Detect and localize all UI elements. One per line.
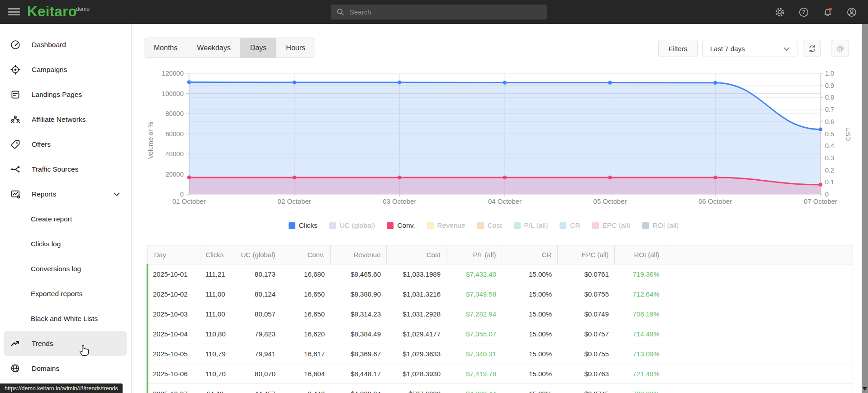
sidebar-item-reports[interactable]: Reports [4,182,127,206]
tab-weekdays[interactable]: Weekdays [187,38,240,58]
table-row[interactable]: 2025-10-06110,7080,07016,604$8,448.17$1,… [147,364,853,384]
date-range-select[interactable]: Last 7 days [702,40,797,57]
legend-label: UC (global) [340,221,375,230]
legend-item-uc-global[interactable]: UC (global) [329,221,375,230]
cell-cr: 15.00% [502,344,557,364]
sidebar-item-trends[interactable]: Trends [4,331,127,356]
cell-clicks: 64,40 [200,384,229,393]
legend-item-p-l-all[interactable]: P/L (all) [514,221,548,230]
tab-hours[interactable]: Hours [276,38,315,58]
cell-epc-all: $0.0763 [557,364,614,384]
column-header-roi-all[interactable]: ROI (all) [614,245,665,264]
landings-icon [10,89,21,100]
legend-item-epc-all[interactable]: EPC (all) [592,221,631,230]
sidebar-item-traffic-sources[interactable]: Traffic Sources [4,157,127,182]
cell-clicks: 110,79 [200,344,229,364]
column-header-epc-all[interactable]: EPC (all) [557,245,614,264]
legend-item-roi-all[interactable]: ROI (all) [642,221,679,230]
sidebar-subitem-conversions-log[interactable]: Conversions log [0,256,131,281]
legend-item-clicks[interactable]: Clicks [289,221,318,230]
sidebar-subitem-clicks-log[interactable]: Clicks log [0,231,131,256]
table-row[interactable]: 2025-10-0764,4044,4579,443$4,800.04$597.… [147,384,853,393]
sidebar-item-domains[interactable]: Domains [4,356,127,381]
legend-swatch [387,222,394,229]
column-header-cost[interactable]: Cost [386,245,446,264]
help-icon[interactable]: ? [798,7,809,18]
sidebar-item-label: Landings Pages [32,91,82,99]
cell-p-l-all: $4,202.44 [446,384,502,393]
cell-cr: 15.00% [502,384,557,393]
cell-p-l-all: $7,349.58 [446,284,502,304]
cell-epc-all: $0.0755 [557,284,614,304]
sidebar-item-label: Campaigns [32,66,67,74]
tab-months[interactable]: Months [144,38,187,58]
page-scrollbar[interactable] [862,24,868,393]
sidebar-subitem-black-and-white-lists[interactable]: Black and White Lists [0,306,131,331]
svg-text:0.6: 0.6 [825,118,834,125]
cell-cost: $1,028.3930 [386,364,446,384]
table-row[interactable]: 2025-10-02111,0080,12416,650$8,380.90$1,… [147,284,853,304]
hamburger-menu-icon[interactable] [8,6,20,17]
column-header-cr[interactable]: CR [502,245,557,264]
cell-filler [665,264,853,284]
search-bar[interactable] [331,5,547,19]
sidebar-subitem-exported-reports[interactable]: Exported reports [0,281,131,306]
svg-text:0.8: 0.8 [825,94,834,101]
column-header-uc-global[interactable]: UC (global) [229,245,281,264]
trends-chart[interactable]: 02000040000600008000010000012000000.10.2… [147,59,851,213]
sidebar-item-campaigns[interactable]: Campaigns [4,57,127,82]
table-row[interactable]: 2025-10-05110,7979,94116,617$8,369.67$1,… [147,344,853,364]
cell-p-l-all: $7,419.78 [446,364,502,384]
legend-item-cost[interactable]: Cost [477,221,502,230]
chart-settings-button[interactable] [831,40,849,57]
cell-revenue: $8,448.17 [330,364,386,384]
trends-table-container: DayClicksUC (global)Conv.RevenueCostP/L … [147,245,853,393]
cell-revenue: $8,380.90 [330,284,386,304]
notifications-bell-icon[interactable] [822,7,833,18]
cell-uc-global: 79,941 [229,344,281,364]
settings-gear-icon[interactable] [774,7,785,18]
search-input[interactable] [350,8,541,16]
cell-uc-global: 80,070 [229,364,281,384]
sidebar-item-affiliate-networks[interactable]: Affiliate Networks [4,107,127,132]
sidebar-item-dashboard[interactable]: Dashboard [4,32,127,57]
column-header-conv[interactable]: Conv. [281,245,330,264]
column-header-p-l-all[interactable]: P/L (all) [446,245,502,264]
column-header-day[interactable]: Day [147,245,200,264]
cell-cr: 15.00% [502,304,557,324]
scroll-down-arrow-icon[interactable] [863,387,867,391]
sidebar-item-offers[interactable]: sOffers [4,132,127,157]
tab-days[interactable]: Days [241,38,276,58]
cell-uc-global: 44,457 [229,384,281,393]
status-url-tooltip: https://demo.keitaro.io/admin/#!/trends/… [0,383,123,393]
svg-text:100000: 100000 [162,90,184,97]
chart-legend: ClicksUC (global)Conv.RevenueCostP/L (al… [147,221,821,230]
cell-revenue: $8,369.67 [330,344,386,364]
legend-label: P/L (all) [524,221,548,230]
filters-button[interactable]: Filters [658,40,698,57]
cell-p-l-all: $7,340.31 [446,344,502,364]
cell-filler [665,384,853,393]
svg-text:0.5: 0.5 [825,130,834,138]
app-root: Keitaro demo ? [0,0,868,393]
sidebar-item-landings-pages[interactable]: Landings Pages [4,82,127,107]
refresh-button[interactable] [803,40,821,57]
cell-conv: 16,604 [281,364,330,384]
table-row[interactable]: 2025-10-01111,2180,17316,680$8,465.60$1,… [147,264,853,284]
svg-text:04 October: 04 October [488,197,522,205]
table-row[interactable]: 2025-10-04110,8079,82316,620$8,384.49$1,… [147,324,853,344]
user-account-icon[interactable] [846,7,857,18]
cell-day: 2025-10-03 [147,304,200,324]
cell-cost: $1,029.3633 [386,344,446,364]
legend-label: Clicks [299,221,318,230]
column-header-revenue[interactable]: Revenue [330,245,386,264]
sidebar-subitem-create-report[interactable]: Create report [0,206,131,231]
legend-swatch [477,222,484,229]
legend-item-cr[interactable]: CR [560,221,580,230]
legend-item-revenue[interactable]: Revenue [427,221,465,230]
column-header-clicks[interactable]: Clicks [200,245,229,264]
sidebar-sublist-reports: Create reportClicks logConversions logEx… [0,206,131,331]
table-row[interactable]: 2025-10-03111,0080,05716,650$8,314.23$1,… [147,304,853,324]
legend-label: Revenue [437,221,465,230]
legend-item-conv[interactable]: Conv. [387,221,415,230]
